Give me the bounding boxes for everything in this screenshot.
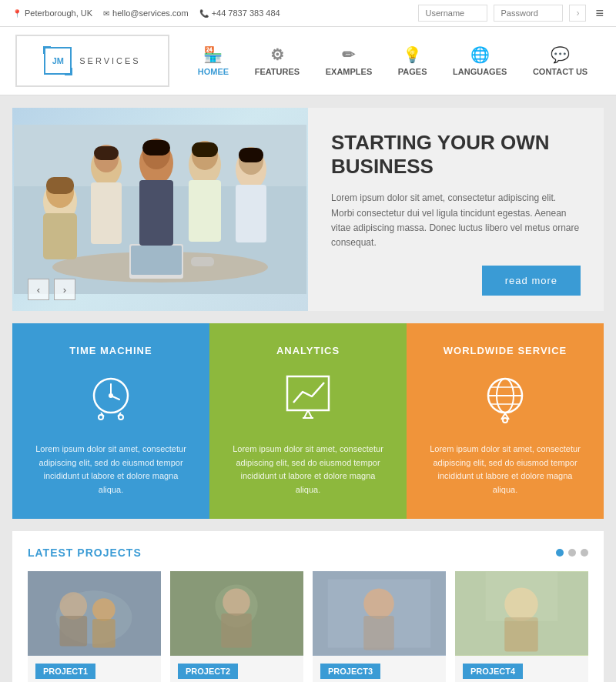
svg-rect-21 — [192, 142, 218, 157]
svg-line-37 — [308, 410, 312, 418]
nav-label-contact: CONTACT US — [533, 67, 588, 76]
svg-rect-11 — [91, 182, 122, 244]
svg-rect-60 — [363, 615, 394, 649]
project-label-1: PROJECT1 — [35, 664, 95, 679]
svg-rect-56 — [221, 613, 252, 647]
hero-next-button[interactable]: › — [54, 279, 75, 300]
logo-icon: JM — [44, 47, 72, 75]
svg-rect-5 — [191, 257, 214, 266]
read-more-button[interactable]: read more — [482, 266, 581, 296]
project-image-2 — [170, 571, 303, 656]
languages-icon: 🌐 — [470, 45, 490, 64]
logo-text: SERVICES — [79, 56, 140, 65]
top-bar: Peterborough, UK hello@services.com +44 … — [0, 0, 616, 27]
phone-item: +44 7837 383 484 — [199, 8, 280, 18]
features-icon: ⚙ — [270, 45, 284, 64]
hamburger-menu[interactable]: ≡ — [595, 5, 604, 22]
feature-title-time-machine: TIME MACHINE — [69, 345, 152, 356]
nav-item-features[interactable]: ⚙ FEATURES — [243, 41, 312, 81]
nav-label-examples: EXAMPLES — [326, 67, 373, 76]
password-input[interactable] — [494, 5, 563, 22]
logo: JM SERVICES — [15, 35, 169, 87]
svg-point-55 — [223, 588, 250, 616]
svg-point-46 — [503, 418, 507, 423]
svg-rect-9 — [46, 177, 74, 194]
examples-icon: ✏ — [342, 45, 355, 64]
svg-rect-23 — [236, 185, 266, 242]
dot-1[interactable] — [556, 549, 564, 557]
nav-item-examples[interactable]: ✏ EXAMPLES — [313, 41, 385, 81]
feature-text-time-machine: Lorem ipsum dolor sit amet, consectetur … — [31, 443, 191, 496]
hero-image: ‹ › — [12, 108, 308, 311]
project-card-1: PROJECT1 Lorem ipsum dolor sit amet, con… — [28, 571, 161, 683]
homee-icon: 🏪 — [203, 45, 223, 64]
features-section: TIME MACHINE Lorem ipsum dolor sit amet,… — [12, 323, 604, 518]
phone-icon — [199, 8, 209, 18]
hero-illustration — [12, 125, 308, 294]
mail-icon — [103, 8, 109, 18]
logo-name: SERVICES — [79, 56, 140, 65]
feature-text-worldwide: Lorem ipsum dolor sit amet, consectetur … — [425, 443, 585, 496]
location-item: Peterborough, UK — [12, 8, 92, 18]
nav-item-homee[interactable]: 🏪 HOMEE — [186, 41, 241, 81]
nav-label-features: FEATURES — [255, 67, 300, 76]
svg-rect-19 — [189, 180, 221, 242]
svg-point-33 — [119, 415, 123, 420]
phone-text: +44 7837 383 484 — [212, 8, 280, 18]
projects-title: LATEST PROJECTS — [28, 547, 142, 559]
projects-grid: PROJECT1 Lorem ipsum dolor sit amet, con… — [28, 571, 588, 683]
svg-line-36 — [304, 410, 308, 418]
feature-card-time-machine: TIME MACHINE Lorem ipsum dolor sit amet,… — [12, 323, 209, 518]
logo-monogram: JM — [52, 56, 64, 65]
dot-3[interactable] — [581, 549, 588, 557]
project-label-2: PROJECT2 — [178, 664, 238, 679]
svg-rect-52 — [92, 618, 116, 647]
svg-rect-4 — [131, 246, 182, 275]
svg-point-59 — [363, 588, 394, 619]
hero-section: ‹ › STARTING YOUR OWN BUSINESS Lorem ips… — [12, 108, 604, 311]
feature-title-analytics: ANALYTICS — [276, 345, 340, 356]
project-card-4: PROJECT4 Lorem ipsum dolor sit amet, con… — [455, 571, 588, 683]
hero-body: Lorem ipsum dolor sit amet, consectetur … — [331, 191, 581, 250]
projects-section: LATEST PROJECTS PROJECT1 Lorem ipsum dol… — [12, 531, 604, 683]
project-card-2: PROJECT2 Lorem ipsum dolor sit amet, con… — [170, 571, 303, 683]
svg-point-49 — [60, 592, 88, 620]
email-item: hello@services.com — [103, 8, 189, 18]
pages-icon: 💡 — [403, 45, 422, 64]
svg-rect-50 — [60, 615, 88, 646]
projects-pagination — [556, 549, 588, 557]
header: JM SERVICES 🏪 HOMEE ⚙ FEATURES ✏ EXAMPLE… — [0, 27, 616, 95]
login-button[interactable]: › — [569, 5, 586, 22]
project-image-3 — [313, 571, 446, 656]
globe-service-icon — [478, 370, 532, 430]
top-bar-right: › ≡ — [418, 5, 604, 22]
location-text: Peterborough, UK — [25, 8, 92, 18]
dot-2[interactable] — [568, 549, 576, 557]
hero-content: STARTING YOUR OWN BUSINESS Lorem ipsum d… — [308, 108, 604, 311]
svg-point-32 — [99, 415, 103, 420]
main-nav: 🏪 HOMEE ⚙ FEATURES ✏ EXAMPLES 💡 PAGES 🌐 … — [185, 41, 601, 81]
hero-prev-button[interactable]: ‹ — [28, 279, 49, 300]
username-input[interactable] — [418, 5, 487, 22]
project-label-3: PROJECT3 — [320, 664, 380, 679]
feature-card-analytics: ANALYTICS Lorem ipsum dolor sit amet, co… — [209, 323, 407, 518]
feature-card-worldwide: WORLDWIDE SERVICE Lorem ipsum dolor sit … — [407, 323, 604, 518]
svg-rect-64 — [486, 571, 558, 620]
project-image-4 — [455, 571, 588, 656]
clock-icon — [84, 370, 138, 430]
svg-rect-17 — [142, 140, 170, 155]
svg-rect-25 — [239, 148, 263, 162]
nav-label-languages: LANGUAGES — [453, 67, 507, 76]
nav-item-contact[interactable]: 💬 CONTACT US — [521, 41, 600, 81]
nav-item-pages[interactable]: 💡 PAGES — [386, 41, 440, 81]
svg-rect-15 — [139, 180, 173, 246]
feature-text-analytics: Lorem ipsum dolor sit amet, consectetur … — [228, 443, 388, 496]
svg-rect-34 — [287, 376, 329, 410]
projects-header: LATEST PROJECTS — [28, 547, 588, 559]
project-card-3: PROJECT3 Lorem ipsum dolor sit amet, con… — [313, 571, 446, 683]
contact-icon: 💬 — [551, 45, 570, 64]
hero-title: STARTING YOUR OWN BUSINESS — [331, 131, 581, 179]
nav-label-homee: HOMEE — [198, 67, 229, 76]
nav-item-languages[interactable]: 🌐 LANGUAGES — [440, 41, 519, 81]
chart-icon — [281, 370, 335, 430]
